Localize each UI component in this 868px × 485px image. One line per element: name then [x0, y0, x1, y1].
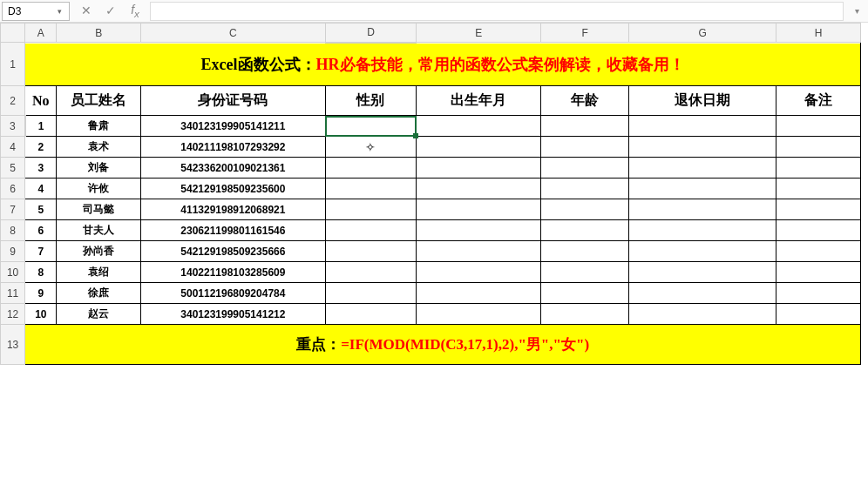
hdr-no[interactable]: No [25, 86, 57, 116]
cell-A6[interactable]: 4 [25, 179, 57, 199]
col-header-A[interactable]: A [25, 24, 57, 43]
cell-D11[interactable] [325, 283, 417, 304]
cell-G6[interactable] [629, 179, 776, 199]
cell-F4[interactable] [541, 137, 629, 158]
fx-icon[interactable]: fx [127, 3, 143, 19]
spreadsheet-grid[interactable]: A B C D E F G H 1 Excel函数公式：HR必备技能，常用的函数… [0, 23, 861, 365]
name-box-dropdown-icon[interactable]: ▾ [55, 7, 64, 16]
hdr-id[interactable]: 身份证号码 [141, 86, 326, 116]
footer-cell[interactable]: 重点：=IF(MOD(MID(C3,17,1),2),"男","女") [25, 325, 861, 365]
cell-C11[interactable]: 500112196809204784 [141, 283, 326, 304]
cell-E12[interactable] [417, 304, 541, 325]
enter-icon[interactable]: ✓ [103, 3, 119, 17]
formula-input[interactable] [150, 2, 844, 21]
cell-F9[interactable] [541, 241, 629, 262]
cell-D4[interactable]: ✧ [325, 137, 417, 158]
cell-H12[interactable] [776, 304, 861, 325]
row-header-2[interactable]: 2 [1, 86, 25, 116]
cell-A5[interactable]: 3 [25, 158, 57, 179]
cell-F5[interactable] [541, 158, 629, 179]
name-box[interactable]: D3 ▾ [2, 2, 70, 21]
cell-H8[interactable] [776, 220, 861, 241]
cell-E5[interactable] [417, 158, 541, 179]
cell-E7[interactable] [417, 199, 541, 220]
cell-C12[interactable]: 340123199905141212 [141, 304, 326, 325]
col-header-D[interactable]: D [325, 24, 417, 43]
cell-A7[interactable]: 5 [25, 199, 57, 220]
cell-G11[interactable] [629, 283, 776, 304]
cell-E4[interactable] [417, 137, 541, 158]
hdr-sex[interactable]: 性别 [325, 86, 417, 116]
row-header-11[interactable]: 11 [1, 283, 25, 304]
cell-C5[interactable]: 542336200109021361 [141, 158, 326, 179]
cell-A8[interactable]: 6 [25, 220, 57, 241]
cell-C6[interactable]: 542129198509235600 [141, 179, 326, 199]
hdr-name[interactable]: 员工姓名 [57, 86, 141, 116]
cell-D12[interactable] [325, 304, 417, 325]
cell-E3[interactable] [417, 116, 541, 137]
cell-B7[interactable]: 司马懿 [57, 199, 141, 220]
cell-H3[interactable] [776, 116, 861, 137]
cell-B10[interactable]: 袁绍 [57, 262, 141, 283]
cell-G4[interactable] [629, 137, 776, 158]
cell-H11[interactable] [776, 283, 861, 304]
row-header-9[interactable]: 9 [1, 241, 25, 262]
cell-H9[interactable] [776, 241, 861, 262]
cell-A9[interactable]: 7 [25, 241, 57, 262]
cell-D9[interactable] [325, 241, 417, 262]
cell-G7[interactable] [629, 199, 776, 220]
cell-B9[interactable]: 孙尚香 [57, 241, 141, 262]
cell-C4[interactable]: 140211198107293292 [141, 137, 326, 158]
cell-F6[interactable] [541, 179, 629, 199]
cell-H7[interactable] [776, 199, 861, 220]
row-header-13[interactable]: 13 [1, 325, 25, 365]
cell-C9[interactable]: 542129198509235666 [141, 241, 326, 262]
cell-G8[interactable] [629, 220, 776, 241]
cell-A11[interactable]: 9 [25, 283, 57, 304]
cell-G12[interactable] [629, 304, 776, 325]
cell-F10[interactable] [541, 262, 629, 283]
row-header-7[interactable]: 7 [1, 199, 25, 220]
cell-C10[interactable]: 140221198103285609 [141, 262, 326, 283]
cell-A12[interactable]: 10 [25, 304, 57, 325]
cell-C7[interactable]: 411329198912068921 [141, 199, 326, 220]
cell-B11[interactable]: 徐庶 [57, 283, 141, 304]
cell-G3[interactable] [629, 116, 776, 137]
cell-D7[interactable] [325, 199, 417, 220]
cell-C3[interactable]: 340123199905141211 [141, 116, 326, 137]
row-header-6[interactable]: 6 [1, 179, 25, 199]
cell-H4[interactable] [776, 137, 861, 158]
row-header-5[interactable]: 5 [1, 158, 25, 179]
select-all-corner[interactable] [1, 24, 25, 43]
cell-D8[interactable] [325, 220, 417, 241]
cell-H10[interactable] [776, 262, 861, 283]
cell-B5[interactable]: 刘备 [57, 158, 141, 179]
cell-B12[interactable]: 赵云 [57, 304, 141, 325]
cell-D6[interactable] [325, 179, 417, 199]
expand-formula-bar-icon[interactable]: ▾ [849, 6, 865, 16]
cell-F3[interactable] [541, 116, 629, 137]
cell-A4[interactable]: 2 [25, 137, 57, 158]
row-header-10[interactable]: 10 [1, 262, 25, 283]
cell-E11[interactable] [417, 283, 541, 304]
col-header-B[interactable]: B [57, 24, 141, 43]
cell-D10[interactable] [325, 262, 417, 283]
cell-G9[interactable] [629, 241, 776, 262]
cell-B8[interactable]: 甘夫人 [57, 220, 141, 241]
row-header-12[interactable]: 12 [1, 304, 25, 325]
cell-F7[interactable] [541, 199, 629, 220]
col-header-F[interactable]: F [541, 24, 629, 43]
col-header-H[interactable]: H [776, 24, 861, 43]
cancel-icon[interactable]: ✕ [78, 3, 94, 17]
col-header-C[interactable]: C [141, 24, 326, 43]
row-header-8[interactable]: 8 [1, 220, 25, 241]
cell-A3[interactable]: 1 [25, 116, 57, 137]
col-header-E[interactable]: E [417, 24, 541, 43]
cell-B6[interactable]: 许攸 [57, 179, 141, 199]
cell-E6[interactable] [417, 179, 541, 199]
row-header-3[interactable]: 3 [1, 116, 25, 137]
cell-F12[interactable] [541, 304, 629, 325]
cell-B3[interactable]: 鲁肃 [57, 116, 141, 137]
cell-D3[interactable] [325, 116, 417, 137]
cell-E9[interactable] [417, 241, 541, 262]
